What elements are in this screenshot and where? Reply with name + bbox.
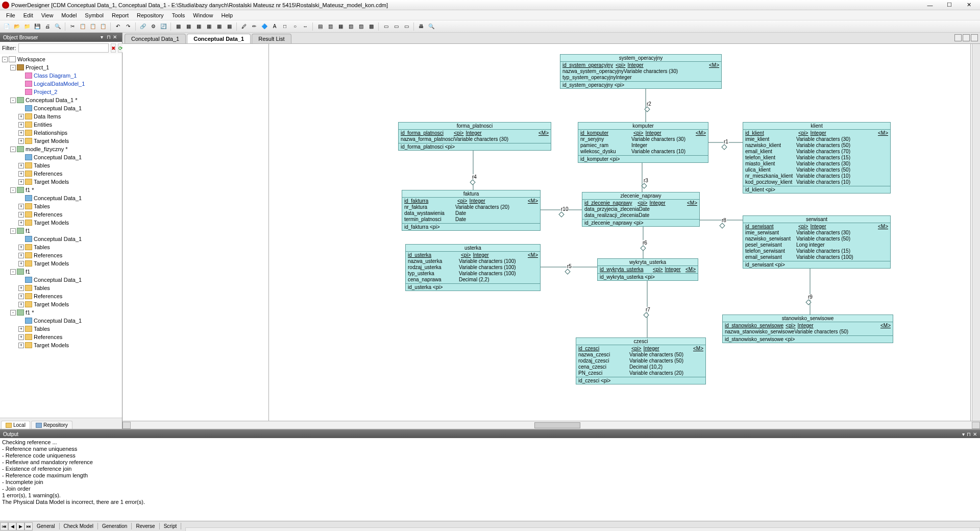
toolbar-button[interactable]: ▭ xyxy=(381,22,390,31)
tree-node[interactable]: Conceptual Data_1 xyxy=(0,235,122,243)
tree-node[interactable]: -Project_1 xyxy=(0,63,122,71)
output-tab-check-model[interactable]: Check Model xyxy=(60,523,98,529)
tree-node[interactable]: -f1 * xyxy=(0,308,122,317)
tree-toggle[interactable]: + xyxy=(18,179,24,185)
toolbar-button[interactable]: ↷ xyxy=(124,22,133,31)
toolbar-button[interactable]: ▭ xyxy=(402,22,411,31)
tree-toggle[interactable]: - xyxy=(10,187,16,193)
tree-toggle[interactable]: + xyxy=(18,138,24,144)
toolbar-button[interactable]: ○ xyxy=(290,22,300,31)
toolbar-button[interactable]: 🖶 xyxy=(416,22,426,31)
output-scrollbar[interactable] xyxy=(185,527,980,532)
toolbar-button[interactable]: ↔ xyxy=(301,22,310,31)
tree-toggle[interactable]: + xyxy=(18,130,24,136)
toolbar-button[interactable]: ▦ xyxy=(174,22,183,31)
entity-forma_platnosci[interactable]: forma_platnosciid_forma_platnosci<pi>Int… xyxy=(398,122,551,151)
filter-refresh-button[interactable]: ⟳ xyxy=(118,43,123,53)
menu-repository[interactable]: Repository xyxy=(133,11,168,19)
document-tab[interactable]: Conceptual Data_1 xyxy=(187,34,251,43)
menu-view[interactable]: View xyxy=(37,11,58,19)
tab-first-button[interactable]: ⏮ xyxy=(0,522,8,530)
document-tab[interactable]: Result List xyxy=(252,34,291,43)
tree-toggle[interactable]: + xyxy=(18,122,24,128)
minimize-button[interactable]: — xyxy=(921,1,939,10)
entity-klient[interactable]: klientid_klient<pi>Integer<M>imie_klient… xyxy=(743,122,891,194)
toolbar-button[interactable]: 🖉 xyxy=(239,22,249,31)
tree-node[interactable]: Conceptual Data_1 xyxy=(0,153,122,161)
toolbar-button[interactable]: ▩ xyxy=(366,22,376,31)
tab-next-button[interactable]: ▶ xyxy=(16,522,24,530)
output-body[interactable]: Checking reference ... - Reference name … xyxy=(0,438,980,521)
toolbar-button[interactable]: ▦ xyxy=(225,22,234,31)
entity-czesci[interactable]: czesciid_czesci<pi>Integer<M>nazwa_czesc… xyxy=(576,337,706,384)
tree-node[interactable]: +Data Items xyxy=(0,112,122,120)
tree-node[interactable]: +Target Models xyxy=(0,300,122,308)
object-tree[interactable]: -Workspace-Project_1Class Diagram_1Logic… xyxy=(0,54,122,418)
tree-node[interactable]: +Tables xyxy=(0,202,122,210)
tab-local[interactable]: Local xyxy=(1,421,30,429)
ws-close-button[interactable] xyxy=(971,34,978,41)
entity-stanowisko_serwisowe[interactable]: stanowisko_serwisoweid_stanowisko_serwis… xyxy=(722,315,893,343)
pin-icon[interactable]: ⊓ xyxy=(967,431,971,437)
entity-serwisant[interactable]: serwisantid_serwisant<pi>Integer<M>imie_… xyxy=(743,215,891,269)
tree-toggle[interactable]: + xyxy=(18,334,24,340)
close-icon[interactable]: ✕ xyxy=(973,431,977,437)
pin-icon[interactable]: ⊓ xyxy=(107,34,113,40)
scroll-right-button[interactable] xyxy=(972,422,980,429)
tree-node[interactable]: +Target Models xyxy=(0,259,122,268)
tree-node[interactable]: +Target Models xyxy=(0,341,122,349)
entity-zlecenie_naprawy[interactable]: zlecenie_naprawyid_zlecenie_naprawy<pi>I… xyxy=(582,192,700,227)
tree-toggle[interactable]: + xyxy=(18,220,24,226)
toolbar-button[interactable]: A xyxy=(270,22,279,31)
output-tab-general[interactable]: General xyxy=(33,523,60,529)
tree-toggle[interactable]: + xyxy=(18,294,24,299)
tab-prev-button[interactable]: ◀ xyxy=(8,522,16,530)
toolbar-button[interactable]: 📁 xyxy=(22,22,32,31)
tree-node[interactable]: +References xyxy=(0,170,122,178)
output-tab-generation[interactable]: Generation xyxy=(98,523,132,529)
tree-node[interactable]: +References xyxy=(0,251,122,259)
tab-repository[interactable]: Repository xyxy=(31,421,72,429)
tree-toggle[interactable]: - xyxy=(2,57,8,62)
toolbar-button[interactable]: ✂ xyxy=(68,22,77,31)
tree-toggle[interactable]: + xyxy=(18,285,24,291)
menu-help[interactable]: Help xyxy=(217,11,237,19)
toolbar-button[interactable]: ▦ xyxy=(336,22,345,31)
tree-toggle[interactable]: - xyxy=(10,65,16,70)
output-tab-reverse[interactable]: Reverse xyxy=(132,523,159,529)
toolbar-button[interactable]: 🔄 xyxy=(159,22,168,31)
dropdown-icon[interactable]: ▾ xyxy=(101,34,107,40)
tree-toggle[interactable]: + xyxy=(18,171,24,177)
filter-clear-button[interactable]: ✖ xyxy=(111,43,116,53)
toolbar-button[interactable]: 📋 xyxy=(99,22,108,31)
tree-toggle[interactable]: - xyxy=(10,228,16,234)
output-tab-script[interactable]: Script xyxy=(160,523,182,529)
toolbar-button[interactable]: ▨ xyxy=(356,22,365,31)
toolbar-button[interactable]: 📂 xyxy=(12,22,21,31)
close-button[interactable]: ✕ xyxy=(960,1,978,10)
horizontal-scrollbar[interactable] xyxy=(122,421,980,429)
document-tab[interactable]: Conceptual Data_1 xyxy=(125,34,186,43)
toolbar-button[interactable]: □ xyxy=(280,22,289,31)
toolbar-button[interactable]: 📋 xyxy=(88,22,97,31)
toolbar-button[interactable]: 📋 xyxy=(78,22,87,31)
toolbar-button[interactable]: ▦ xyxy=(184,22,193,31)
entity-wykryta_usterka[interactable]: wykryta_usterkaid_wykryta_usterka<pi>Int… xyxy=(597,258,698,281)
tree-node[interactable]: +Tables xyxy=(0,243,122,251)
tree-node[interactable]: +Tables xyxy=(0,284,122,292)
tree-node[interactable]: +References xyxy=(0,333,122,341)
toolbar-button[interactable]: 🔍 xyxy=(427,22,436,31)
toolbar-button[interactable]: ▧ xyxy=(346,22,355,31)
toolbar-button[interactable]: ⚙ xyxy=(149,22,158,31)
toolbar-button[interactable]: ▦ xyxy=(204,22,213,31)
tree-node[interactable]: LogicalDataModel_1 xyxy=(0,80,122,88)
tree-node[interactable]: -f1 * xyxy=(0,186,122,194)
entity-komputer[interactable]: komputerid_komputer<pi>Integer<M>nr_sery… xyxy=(578,122,708,163)
tree-node[interactable]: -f1 xyxy=(0,227,122,235)
tree-node[interactable]: +Target Models xyxy=(0,178,122,186)
entity-usterka[interactable]: usterkaid_usterka<pi>Integer<M>nazwa_ust… xyxy=(405,244,541,291)
tree-node[interactable]: Class Diagram_1 xyxy=(0,71,122,80)
toolbar-button[interactable]: ▦ xyxy=(194,22,203,31)
tree-toggle[interactable]: + xyxy=(18,302,24,307)
toolbar-button[interactable]: ▦ xyxy=(214,22,224,31)
